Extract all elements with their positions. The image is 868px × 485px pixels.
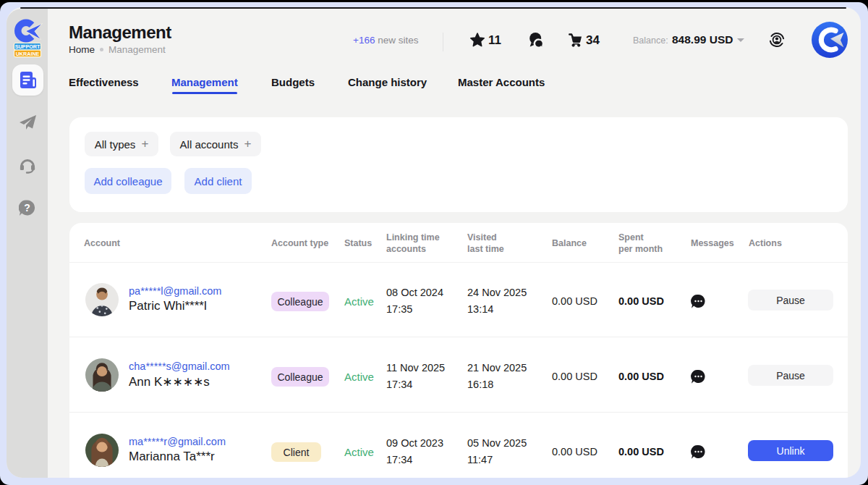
svg-text:?: ? bbox=[24, 202, 30, 214]
svg-text:UKRAINE: UKRAINE bbox=[16, 51, 40, 57]
svg-text:SUPPORT: SUPPORT bbox=[15, 43, 41, 50]
